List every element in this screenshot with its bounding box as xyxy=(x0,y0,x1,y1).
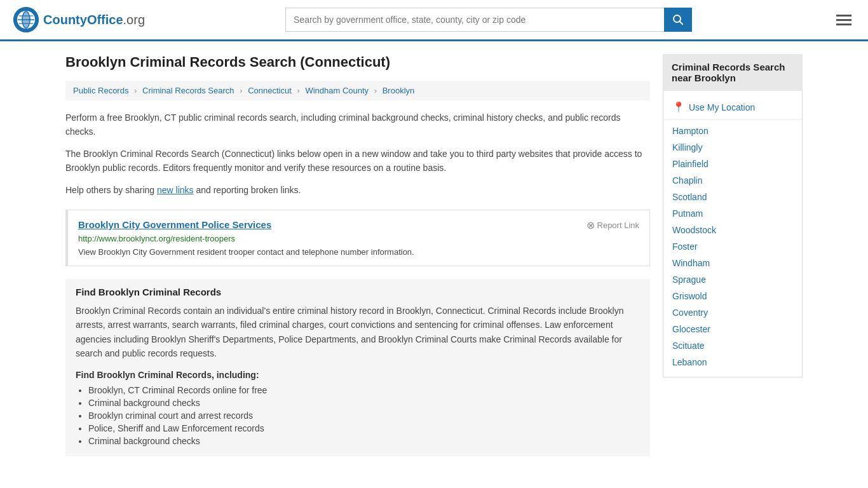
find-title: Find Brooklyn Criminal Records xyxy=(76,287,640,297)
link-url: http://www.brooklynct.org/resident-troop… xyxy=(78,234,639,243)
menu-line-2 xyxy=(836,19,851,21)
sidebar-link-putnam[interactable]: Putnam xyxy=(663,205,802,222)
breadcrumb-sep-1: › xyxy=(134,86,137,95)
sidebar-link-sprague[interactable]: Sprague xyxy=(663,271,802,288)
description-3: Help others by sharing new links and rep… xyxy=(65,183,650,197)
use-location-row: 📍 Use My Location xyxy=(663,97,802,120)
sidebar-link-woodstock[interactable]: Woodstock xyxy=(663,222,802,238)
sidebar-link-chaplin[interactable]: Chaplin xyxy=(663,172,802,189)
sidebar-link-plainfield[interactable]: Plainfield xyxy=(663,156,802,172)
breadcrumb-connecticut[interactable]: Connecticut xyxy=(248,86,292,95)
sidebar-link-scotland[interactable]: Scotland xyxy=(663,189,802,205)
sidebar-link-lebanon[interactable]: Lebanon xyxy=(663,354,802,370)
menu-line-1 xyxy=(836,15,851,17)
svg-line-8 xyxy=(680,22,683,25)
sidebar: Criminal Records Search near Brooklyn 📍 … xyxy=(663,54,803,456)
find-list: Brooklyn, CT Criminal Records online for… xyxy=(76,385,640,446)
list-item: Brooklyn, CT Criminal Records online for… xyxy=(88,385,640,395)
desc3-suffix: and reporting broken links. xyxy=(194,185,301,195)
description-2: The Brooklyn Criminal Records Search (Co… xyxy=(65,147,650,175)
breadcrumb-windham-county[interactable]: Windham County xyxy=(305,86,369,95)
breadcrumb: Public Records › Criminal Records Search… xyxy=(65,81,650,100)
report-link-label: Report Link xyxy=(597,220,639,230)
sidebar-link-griswold[interactable]: Griswold xyxy=(663,288,802,304)
sidebar-link-foster[interactable]: Foster xyxy=(663,238,802,255)
breadcrumb-criminal-records-search[interactable]: Criminal Records Search xyxy=(142,86,234,95)
search-icon xyxy=(672,14,684,25)
sidebar-link-coventry[interactable]: Coventry xyxy=(663,304,802,321)
breadcrumb-sep-3: › xyxy=(297,86,299,95)
report-link-button[interactable]: ⊗ Report Link xyxy=(587,219,639,231)
list-item: Police, Sheriff and Law Enforcement reco… xyxy=(88,423,640,433)
search-input[interactable] xyxy=(285,8,664,32)
link-title[interactable]: Brooklyn City Government Police Services xyxy=(78,219,271,230)
page-title: Brooklyn Criminal Records Search (Connec… xyxy=(65,54,650,71)
sidebar-link-scituate[interactable]: Scituate xyxy=(663,337,802,354)
find-subtitle: Find Brooklyn Criminal Records, includin… xyxy=(76,370,640,380)
sidebar-content: 📍 Use My Location Hampton Killingly Plai… xyxy=(663,91,803,377)
pin-icon: 📍 xyxy=(672,101,685,113)
logo-text: CountyOffice.org xyxy=(43,13,145,27)
search-button[interactable] xyxy=(664,8,692,32)
link-section: ⊗ Report Link Brooklyn City Government P… xyxy=(65,210,650,266)
breadcrumb-public-records[interactable]: Public Records xyxy=(73,86,128,95)
sidebar-link-windham[interactable]: Windham xyxy=(663,255,802,271)
header: CountyOffice.org xyxy=(0,0,868,41)
list-item: Brooklyn criminal court and arrest recor… xyxy=(88,410,640,421)
list-item: Criminal background checks xyxy=(88,398,640,408)
description-1: Perform a free Brooklyn, CT public crimi… xyxy=(65,111,650,139)
link-description: View Brooklyn City Government resident t… xyxy=(78,247,639,257)
find-section: Find Brooklyn Criminal Records Brooklyn … xyxy=(65,279,650,456)
list-item: Criminal background checks xyxy=(88,436,640,446)
sidebar-link-glocester[interactable]: Glocester xyxy=(663,321,802,337)
report-icon: ⊗ xyxy=(587,219,595,231)
content-area: Brooklyn Criminal Records Search (Connec… xyxy=(65,54,650,456)
search-area xyxy=(285,8,692,32)
logo-icon xyxy=(13,6,39,33)
sidebar-link-killingly[interactable]: Killingly xyxy=(663,139,802,156)
main-container: Brooklyn Criminal Records Search (Connec… xyxy=(53,41,815,469)
desc3-prefix: Help others by sharing xyxy=(65,185,157,195)
sidebar-link-hampton[interactable]: Hampton xyxy=(663,123,802,139)
new-links-link[interactable]: new links xyxy=(157,185,194,195)
use-my-location-link[interactable]: Use My Location xyxy=(689,102,755,112)
menu-button[interactable] xyxy=(832,11,855,29)
menu-line-3 xyxy=(836,24,851,25)
find-body: Brooklyn Criminal Records contain an ind… xyxy=(76,304,640,361)
sidebar-title: Criminal Records Search near Brooklyn xyxy=(663,54,803,91)
breadcrumb-brooklyn[interactable]: Brooklyn xyxy=(383,86,415,95)
breadcrumb-sep-4: › xyxy=(374,86,377,95)
logo-area: CountyOffice.org xyxy=(13,6,145,33)
breadcrumb-sep-2: › xyxy=(240,86,242,95)
